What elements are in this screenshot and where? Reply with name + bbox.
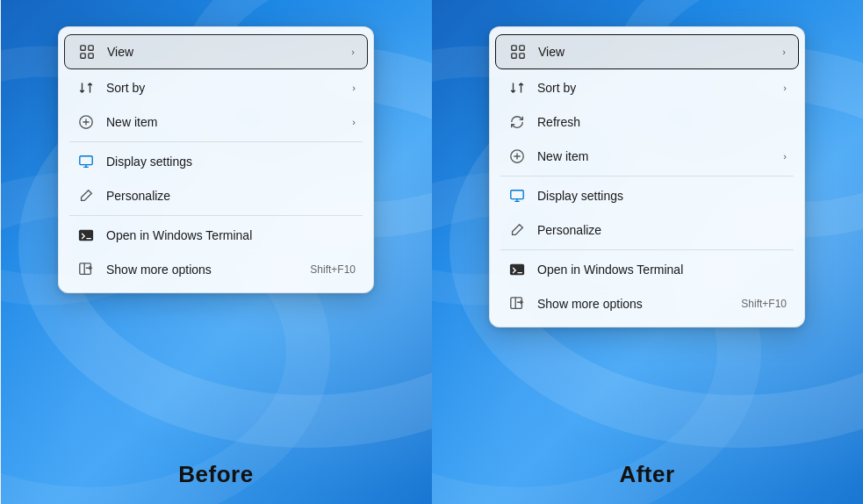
panel-after: View› Sort by› Refresh New item› Display… xyxy=(432,0,863,504)
icon-grid xyxy=(508,42,528,61)
icon-terminal xyxy=(507,260,527,279)
icon-sort xyxy=(507,78,527,97)
icon-sort xyxy=(76,78,96,97)
icon-display xyxy=(507,186,527,205)
svg-rect-18 xyxy=(512,54,516,58)
menu-item-display-settings-before[interactable]: Display settings xyxy=(64,145,368,178)
panel-before: View› Sort by› New item› Display setting… xyxy=(1,0,432,504)
menu-shortcut-show-more-after: Shift+F10 xyxy=(741,298,787,310)
menu-item-personalize-before[interactable]: Personalize xyxy=(64,179,368,212)
menu-arrow-sort-by-after: › xyxy=(783,83,787,93)
menu-arrow-new-item-before: › xyxy=(352,117,356,127)
icon-pencil xyxy=(76,186,96,205)
context-menu-before: View› Sort by› New item› Display setting… xyxy=(58,26,374,293)
menu-label-new-item-after: New item xyxy=(537,148,776,164)
menu-label-view-after: View xyxy=(538,44,775,60)
menu-item-show-more-after[interactable]: Show more optionsShift+F10 xyxy=(495,287,799,320)
panel-label-before: Before xyxy=(1,461,432,488)
menu-label-sort-by-before: Sort by xyxy=(106,80,345,96)
separator-after-personalize-before xyxy=(69,215,363,216)
context-menu-wrapper-after: View› Sort by› Refresh New item› Display… xyxy=(489,26,805,328)
menu-item-view-after[interactable]: View› xyxy=(495,34,799,69)
separator-after-new-item-before xyxy=(69,141,363,142)
svg-rect-22 xyxy=(510,264,524,276)
icon-terminal xyxy=(76,226,96,245)
svg-rect-9 xyxy=(80,156,92,165)
main-layout: View› Sort by› New item› Display setting… xyxy=(0,0,863,504)
svg-rect-21 xyxy=(511,191,523,199)
context-menu-after: View› Sort by› Refresh New item› Display… xyxy=(489,26,805,328)
separator-after-personalize-after xyxy=(500,249,794,250)
menu-item-open-terminal-before[interactable]: Open in Windows Terminal xyxy=(64,219,368,252)
menu-item-open-terminal-after[interactable]: Open in Windows Terminal xyxy=(495,253,799,286)
menu-label-personalize-before: Personalize xyxy=(106,188,356,204)
menu-item-refresh-after[interactable]: Refresh xyxy=(495,105,799,139)
menu-arrow-view-after: › xyxy=(782,47,786,57)
icon-grid xyxy=(77,42,97,61)
menu-label-personalize-after: Personalize xyxy=(537,222,787,238)
menu-item-new-item-before[interactable]: New item› xyxy=(64,105,368,139)
icon-show-more xyxy=(507,294,527,313)
menu-item-display-settings-after[interactable]: Display settings xyxy=(495,179,799,212)
svg-rect-19 xyxy=(520,54,524,58)
svg-rect-23 xyxy=(511,298,522,309)
menu-label-open-terminal-before: Open in Windows Terminal xyxy=(106,227,356,243)
menu-item-sort-by-before[interactable]: Sort by› xyxy=(64,71,368,104)
context-menu-wrapper-before: View› Sort by› New item› Display setting… xyxy=(58,26,374,293)
icon-display xyxy=(76,152,96,171)
menu-item-new-item-after[interactable]: New item› xyxy=(495,140,799,173)
menu-label-refresh-after: Refresh xyxy=(537,114,787,130)
menu-arrow-view-before: › xyxy=(351,47,355,57)
menu-shortcut-show-more-before: Shift+F10 xyxy=(310,263,356,276)
icon-plus-circle xyxy=(507,147,527,166)
separator-after-new-item-after xyxy=(500,176,794,176)
menu-arrow-sort-by-before: › xyxy=(352,83,356,93)
menu-label-sort-by-after: Sort by xyxy=(537,80,776,96)
svg-rect-7 xyxy=(89,54,93,58)
menu-item-view-before[interactable]: View› xyxy=(64,34,368,69)
icon-show-more xyxy=(76,260,96,279)
menu-label-show-more-before: Show more options xyxy=(106,262,303,277)
svg-rect-11 xyxy=(80,263,91,275)
panel-label-after: After xyxy=(432,461,863,488)
svg-rect-6 xyxy=(81,54,85,58)
menu-item-sort-by-after[interactable]: Sort by› xyxy=(495,71,799,104)
menu-label-open-terminal-after: Open in Windows Terminal xyxy=(537,262,787,277)
menu-label-display-settings-before: Display settings xyxy=(106,154,356,169)
svg-rect-5 xyxy=(89,46,93,50)
menu-label-view-before: View xyxy=(107,44,344,60)
menu-item-show-more-before[interactable]: Show more optionsShift+F10 xyxy=(64,253,368,286)
menu-label-new-item-before: New item xyxy=(106,114,345,130)
icon-plus-circle xyxy=(76,112,96,132)
svg-rect-17 xyxy=(520,46,524,50)
svg-rect-4 xyxy=(81,46,85,50)
svg-rect-10 xyxy=(79,230,93,241)
svg-rect-16 xyxy=(512,46,516,50)
menu-label-display-settings-after: Display settings xyxy=(537,188,787,204)
icon-pencil xyxy=(507,220,527,240)
menu-label-show-more-after: Show more options xyxy=(537,296,734,312)
menu-arrow-new-item-after: › xyxy=(783,151,787,162)
menu-item-personalize-after[interactable]: Personalize xyxy=(495,213,799,247)
icon-refresh xyxy=(507,112,527,132)
